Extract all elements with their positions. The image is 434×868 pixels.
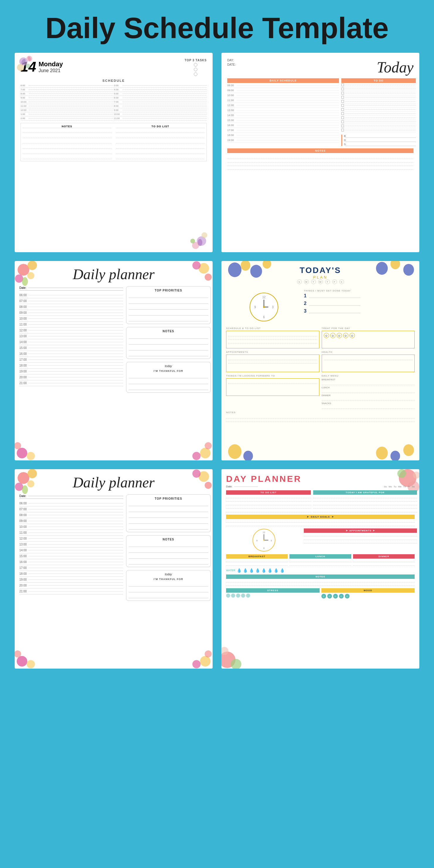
dp-appt-line bbox=[304, 540, 417, 544]
bottom-section: NOTES TO DO LIST bbox=[21, 123, 207, 161]
today-title: Today bbox=[377, 59, 413, 76]
appointments-label: APPOINTMENTS bbox=[226, 351, 319, 353]
dp-todo-line bbox=[226, 495, 311, 498]
svg-point-53 bbox=[17, 656, 27, 666]
time-entry: 11:00 bbox=[227, 98, 339, 103]
time-row-5: 20:00 bbox=[19, 583, 123, 589]
dp-lunch-col: LUNCH bbox=[289, 554, 351, 566]
stress-dot bbox=[241, 593, 245, 598]
water-drop-6: 💧 bbox=[268, 568, 272, 573]
time-row: 16:00 bbox=[19, 351, 123, 357]
breakfast-label: BREAKFAST bbox=[322, 378, 415, 381]
dp-wd-th: Th bbox=[403, 485, 406, 488]
daily-schedule-header: DAILY SCHEDULE bbox=[227, 78, 339, 83]
dp-notes-line bbox=[226, 582, 415, 586]
time-entry: 16:00 bbox=[227, 123, 339, 128]
times-left-col: 6:00 7:00 8:00 9:00 10:00 11:00 12:00 1:… bbox=[21, 84, 114, 121]
dp-grateful-line bbox=[313, 502, 417, 505]
svg-text:12: 12 bbox=[262, 531, 265, 534]
card-today-planner: DAY: DATE: Today DAILY SCHEDULE 08:00 09… bbox=[221, 53, 419, 252]
note-line bbox=[23, 134, 112, 138]
face-3: ☺ bbox=[337, 333, 342, 338]
abc-b: B bbox=[344, 134, 416, 138]
dp-goals-line bbox=[226, 519, 415, 523]
s-line bbox=[228, 333, 317, 336]
floral-bottom-left-3 bbox=[15, 437, 44, 460]
dp-wd-su: Su bbox=[384, 485, 387, 488]
dp-stress-header: STRESS bbox=[226, 588, 320, 593]
todo-lines bbox=[116, 129, 205, 159]
svg-point-34 bbox=[376, 446, 388, 460]
svg-point-57 bbox=[192, 660, 200, 668]
note-line bbox=[23, 129, 112, 133]
svg-point-9 bbox=[198, 239, 202, 246]
time-row: 6:00 bbox=[21, 84, 114, 88]
time-row: 2:00 bbox=[21, 116, 114, 121]
dp-wd-fr: Fr bbox=[408, 485, 410, 488]
time-row: 06:00 bbox=[19, 292, 123, 298]
time-row-5: 06:00 bbox=[19, 501, 123, 506]
time-entry: 10:00 bbox=[227, 93, 339, 98]
time-row-5: 19:00 bbox=[19, 577, 123, 583]
check-entry bbox=[341, 87, 416, 91]
time-entry: 14:00 bbox=[227, 113, 339, 118]
notes-section-5: NOTES bbox=[126, 535, 211, 567]
svg-point-54 bbox=[27, 660, 35, 668]
dp-breakfast-line bbox=[226, 562, 288, 566]
today-label: today bbox=[129, 365, 208, 368]
lunch-label: LUNCH bbox=[322, 386, 415, 389]
mood-faces: ☺ ☺ ☺ ☺ ☺ bbox=[324, 333, 413, 338]
task-circle-2 bbox=[194, 68, 197, 71]
svg-point-32 bbox=[228, 444, 242, 459]
dinner-line bbox=[322, 397, 415, 401]
time-row-5: 18:00 bbox=[19, 571, 123, 577]
time-row: 7:00 bbox=[114, 100, 207, 104]
svg-point-36 bbox=[403, 444, 414, 456]
floral-decoration-top-left bbox=[15, 53, 44, 76]
card2-meta: DAY: DATE: bbox=[227, 59, 236, 66]
dp-wd-we: We bbox=[398, 485, 401, 488]
todo-header: TO DO bbox=[341, 78, 416, 83]
priority-line bbox=[129, 502, 208, 506]
dp-weekdays: Su Mo Tu We Th Fr Sa bbox=[384, 485, 415, 488]
time-row: 15:00 bbox=[19, 345, 123, 351]
card-day-planner-colorful: DAY PLANNER Date: Su Mo Tu We Th Fr Sa bbox=[221, 469, 419, 669]
dp-todo-section: TO DO LIST bbox=[226, 490, 311, 512]
date-row-5: Date: bbox=[19, 494, 123, 499]
mood-icons-row: ☺ ☺ ☺ ☺ ☺ bbox=[321, 594, 415, 598]
dp-todo-line bbox=[226, 505, 311, 509]
notes-label: NOTES bbox=[226, 411, 415, 414]
h-line bbox=[324, 356, 413, 360]
time-row: 8:00 bbox=[21, 92, 114, 96]
time-row-5: 17:00 bbox=[19, 565, 123, 571]
mood-icon-5: ☺ bbox=[345, 594, 349, 598]
svg-point-10 bbox=[190, 239, 195, 243]
svg-point-73 bbox=[264, 539, 265, 541]
dp-middle-section: 12 3 6 9 ➤ APPOINTMENTS ➤ bbox=[226, 528, 415, 552]
svg-point-22 bbox=[200, 448, 211, 458]
todo-label: TO DO LIST bbox=[116, 125, 205, 128]
priority-line bbox=[129, 317, 208, 321]
thankful-label: I'M THANKFUL FOR bbox=[129, 370, 208, 372]
dp-appointments-header: ➤ APPOINTMENTS ➤ bbox=[304, 528, 417, 533]
time-entry: 15:00 bbox=[227, 118, 339, 123]
dp-water-row: WATER 💧 💧 💧 💧 💧 💧 💧 💧 bbox=[226, 568, 415, 573]
notes-label: NOTES bbox=[129, 330, 208, 333]
check-entry bbox=[341, 116, 416, 120]
time-row-5: 07:00 bbox=[19, 506, 123, 512]
lunch-line bbox=[322, 390, 415, 393]
task-circles bbox=[185, 63, 207, 76]
todays-plan-title: TODAY'S bbox=[300, 266, 341, 275]
schedule-grid: 6:00 7:00 8:00 9:00 10:00 11:00 12:00 1:… bbox=[21, 84, 207, 121]
face-4: ☺ bbox=[343, 333, 348, 338]
time-row: 3:00 bbox=[114, 84, 207, 88]
dp-meta: Date: Su Mo Tu We Th Fr Sa bbox=[226, 485, 415, 488]
priority-line bbox=[129, 520, 208, 524]
must-do-2: 2 bbox=[304, 301, 361, 306]
notes-bottom: NOTES bbox=[226, 411, 415, 422]
svg-point-56 bbox=[200, 656, 211, 666]
notes-lines-section bbox=[227, 155, 413, 169]
empty-col bbox=[363, 289, 419, 324]
dp-grateful-line bbox=[313, 495, 417, 498]
dp-dinner-col: DINNER bbox=[353, 554, 415, 566]
